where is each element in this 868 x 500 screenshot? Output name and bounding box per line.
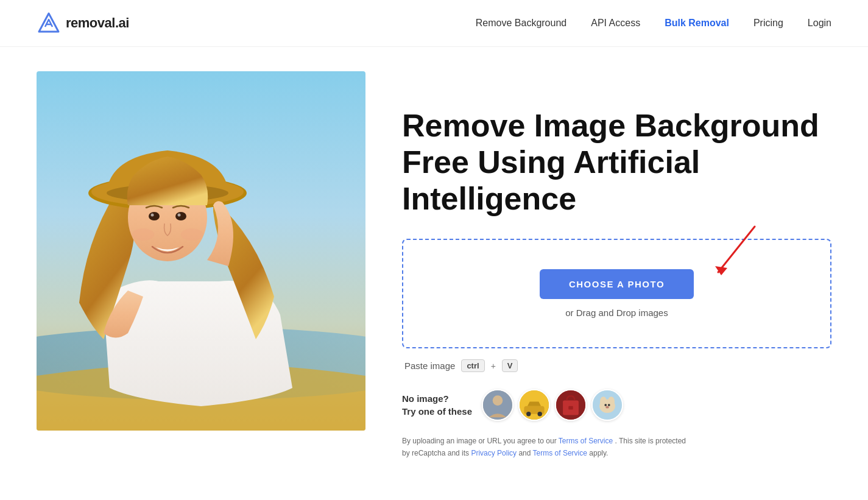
svg-point-8 xyxy=(175,212,186,220)
svg-point-19 xyxy=(526,412,531,416)
nav-remove-background[interactable]: Remove Background xyxy=(476,18,566,29)
svg-point-30 xyxy=(605,406,609,409)
svg-point-12 xyxy=(181,228,203,241)
terms-text: By uploading an image or URL you agree t… xyxy=(402,435,694,459)
terms-text-1: By uploading an image or URL you agree t… xyxy=(402,437,557,445)
logo-icon xyxy=(37,11,61,35)
hero-person-image xyxy=(37,71,365,431)
paste-label: Paste image xyxy=(404,361,455,371)
logo-text: removal.ai xyxy=(66,15,129,31)
sample-thumb-car[interactable] xyxy=(518,389,550,421)
page-headline: Remove Image Background Free Using Artif… xyxy=(402,108,831,217)
terms-text-4: apply. xyxy=(589,449,608,457)
right-content: Remove Image Background Free Using Artif… xyxy=(402,71,831,459)
logo[interactable]: removal.ai xyxy=(37,11,129,35)
hero-image-container xyxy=(37,71,365,431)
svg-rect-23 xyxy=(568,406,573,410)
sample-thumb-person[interactable] xyxy=(482,389,513,421)
sample-thumb-bag[interactable] xyxy=(555,389,587,421)
sample-images-row: No image? Try one of these xyxy=(402,389,831,421)
paste-row: Paste image ctrl + V xyxy=(402,359,831,372)
plus-sign: + xyxy=(491,361,496,371)
main-nav: Remove Background API Access Bulk Remova… xyxy=(476,18,831,29)
svg-point-7 xyxy=(149,212,160,220)
ctrl-key-badge: ctrl xyxy=(461,359,484,372)
choose-photo-button[interactable]: CHOOSE A PHOTO xyxy=(540,269,694,299)
terms-text-3: and xyxy=(518,449,531,457)
nav-pricing[interactable]: Pricing xyxy=(753,18,783,29)
svg-point-16 xyxy=(493,396,503,406)
svg-marker-14 xyxy=(715,266,727,275)
svg-point-29 xyxy=(608,404,610,407)
svg-point-11 xyxy=(132,228,154,241)
nav-bulk-removal[interactable]: Bulk Removal xyxy=(665,18,729,29)
sample-text: No image? Try one of these xyxy=(402,392,472,418)
try-text: Try one of these xyxy=(402,406,472,417)
nav-login[interactable]: Login xyxy=(808,18,831,29)
svg-point-28 xyxy=(604,404,607,407)
terms-of-service-link-1[interactable]: Terms of Service xyxy=(559,437,613,445)
svg-point-10 xyxy=(178,214,181,217)
no-image-text: No image? xyxy=(402,393,449,404)
svg-point-20 xyxy=(538,412,542,416)
terms-of-service-link-2[interactable]: Terms of Service xyxy=(533,449,587,457)
svg-line-13 xyxy=(718,227,755,272)
v-key-badge: V xyxy=(502,359,518,372)
sample-thumb-dog[interactable] xyxy=(591,389,623,421)
nav-api-access[interactable]: API Access xyxy=(591,18,640,29)
main-content: Remove Image Background Free Using Artif… xyxy=(0,47,868,498)
upload-drop-zone[interactable]: CHOOSE A PHOTO or Drag and Drop images xyxy=(402,239,831,348)
svg-point-9 xyxy=(151,214,154,217)
sample-thumbnails xyxy=(482,389,623,421)
header: removal.ai Remove Background API Access … xyxy=(0,0,868,47)
drag-drop-text: or Drag and Drop images xyxy=(565,308,668,318)
privacy-policy-link[interactable]: Privacy Policy xyxy=(471,449,517,457)
